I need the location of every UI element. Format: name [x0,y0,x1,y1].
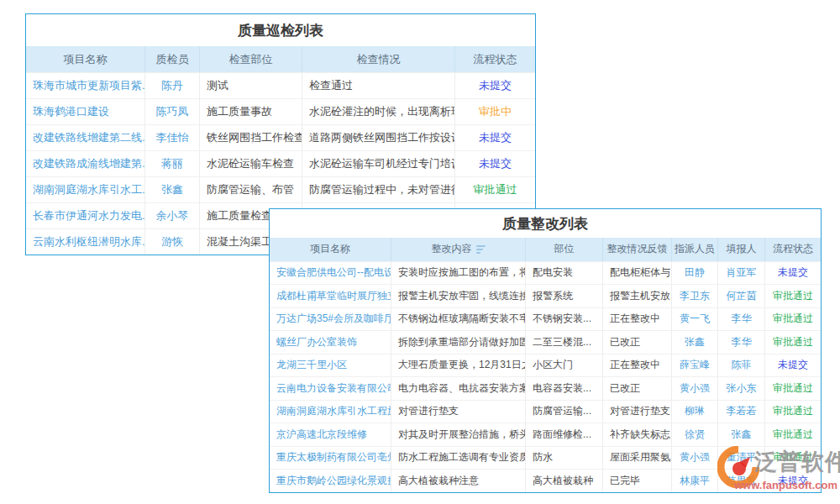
reporter-name[interactable]: 李若若 [718,401,765,423]
status-badge: 审批通过 [765,285,821,307]
col-header-content-sortable[interactable]: 整改内容 [391,238,526,261]
part-cell: 防水 [526,447,603,470]
part-cell: 施工质量事故 [200,99,302,124]
page-canvas: 质量巡检列表 项目名称 质检员 检查部位 检查情况 流程状态 珠海市城市更新项目… [0,0,840,504]
table-row[interactable]: 改建铁路成渝线增建第... 蒋丽 水泥砼运输车检查 水泥砼运输车司机经过专门培训… [26,150,535,176]
content-cell: 不锈钢边框玻璃隔断安装不牢... [391,308,526,331]
project-link[interactable]: 湖南洞庭湖水库引水工程施工1标 [270,401,391,423]
project-link[interactable]: 重庆太极制药有限公司亳州中... [270,447,391,470]
reporter-name[interactable]: 李华 [718,331,765,354]
sort-bars-icon[interactable] [476,245,486,254]
project-link[interactable]: 安徽合肥供电公司--配电设备... [270,262,391,285]
project-link[interactable]: 京沪高速北京段维修 [270,423,391,446]
reporter-name[interactable]: 张小东 [718,377,765,400]
project-link[interactable]: 改建铁路成渝线增建第... [26,151,145,176]
assignee-name[interactable]: 李卫东 [672,285,718,307]
inspection-header-row: 项目名称 质检员 检查部位 检查情况 流程状态 [26,46,535,72]
project-link[interactable]: 云南电力设备安装有限公司20... [270,377,391,400]
content-cell: 电力电容器、电抗器安装方案,... [391,377,526,400]
table-row[interactable]: 珠海市城市更新项目紫... 陈丹 测试 检查通过 未提交 [26,72,535,98]
status-badge: 审批通过 [765,401,821,423]
assignee-name[interactable]: 林康平 [672,470,718,492]
assignee-name[interactable]: 黄小强 [672,377,718,400]
inspector-name[interactable]: 李佳怡 [145,125,200,150]
reporter-name[interactable]: 何芷茵 [718,285,765,307]
assignee-name[interactable]: 徐贤 [672,423,718,446]
inspection-table-title: 质量巡检列表 [26,14,535,46]
part-cell: 配电安装 [526,262,603,285]
col-header-feedback: 整改情况反馈 [603,238,672,261]
inspector-name[interactable]: 陈巧凤 [145,99,200,124]
part-cell: 电容器安装... [526,377,603,400]
inspector-name[interactable]: 蒋丽 [145,151,200,176]
part-cell: 测试 [200,73,302,98]
feedback-cell: 已完毕 [603,470,672,492]
content-cell: 拆除到承重墙部分请做好加固... [391,331,526,354]
table-row[interactable]: 万达广场35#会所及咖啡厅空... 不锈钢边框玻璃隔断安装不牢... 不锈钢安装… [270,307,821,331]
feedback-cell: 已改正 [603,331,672,354]
inspector-name[interactable]: 张鑫 [145,177,200,202]
inspector-name[interactable]: 游恢 [145,229,200,255]
situation-cell: 防腐管运输过程中，未对管进行... [302,177,455,202]
part-cell: 报警系统 [526,285,603,307]
part-cell: 小区大门 [526,354,603,377]
col-header-reporter: 填报人 [718,238,765,261]
assignee-name[interactable]: 黄一飞 [672,308,718,331]
project-link[interactable]: 珠海市城市更新项目紫... [26,73,145,98]
feedback-cell: 已改正 [603,377,672,400]
table-row[interactable]: 京沪高速北京段维修 对其及时开展整治措施，桥头... 路面维修检... 补齐缺失… [270,423,821,446]
project-link[interactable]: 珠海鹤港口建设 [26,99,145,124]
watermark-url-text: www.fanpusoft.com [734,479,837,491]
project-link[interactable]: 湖南洞庭湖水库引水工... [26,177,145,202]
situation-cell: 道路两侧铁丝网围挡工作按设计... [302,125,455,150]
rectification-table-title: 质量整改列表 [270,209,821,238]
assignee-name[interactable]: 柳琳 [672,401,718,423]
feedback-cell: 报警主机安放... [603,285,672,307]
status-badge: 未提交 [455,73,535,98]
project-link[interactable]: 龙湖三千里小区 [270,354,391,377]
status-badge: 审批通过 [765,423,821,446]
assignee-name[interactable]: 田静 [672,262,718,285]
table-row[interactable]: 螺丝厂办公室装饰 拆除到承重墙部分请做好加固... 二至三楼混... 已改正 张… [270,330,821,354]
table-row[interactable]: 龙湖三千里小区 大理石质量更换，12月31日之... 小区大门 正在整改中 薛宝… [270,354,821,377]
watermark-brand-text: 泛普软件 [754,447,840,477]
project-link[interactable]: 成都杜甫草堂临时展厅独立展... [270,285,391,307]
assignee-name[interactable]: 黄小强 [672,447,718,470]
table-row[interactable]: 成都杜甫草堂临时展厅独立展... 报警主机安放牢固，线缆连接... 报警系统 报… [270,284,821,307]
feedback-cell: 对管进行垫支 [603,401,672,423]
reporter-name[interactable]: 张鑫 [718,423,765,446]
col-header-situation: 检查情况 [302,46,455,72]
reporter-name[interactable]: 李华 [718,308,765,331]
table-row[interactable]: 湖南洞庭湖水库引水工... 张鑫 防腐管运输、布管 防腐管运输过程中，未对管进行… [26,176,535,202]
table-row[interactable]: 改建铁路线增建第二线... 李佳怡 铁丝网围挡工作检查 道路两侧铁丝网围挡工作按… [26,124,535,150]
situation-cell: 水泥砼灌注的时候，出现离析现象 [302,99,455,124]
status-badge: 未提交 [455,151,535,176]
col-header-status: 流程状态 [455,46,535,72]
col-header-inspector: 质检员 [145,46,200,72]
fanpusoft-watermark: 泛普软件 www.fanpusoft.com [716,444,840,499]
table-row[interactable]: 云南电力设备安装有限公司20... 电力电容器、电抗器安装方案,... 电容器安… [270,376,821,400]
assignee-name[interactable]: 张鑫 [672,331,718,354]
table-row[interactable]: 珠海鹤港口建设 陈巧凤 施工质量事故 水泥砼灌注的时候，出现离析现象 审批中 [26,98,535,124]
rectification-header-row: 项目名称 整改内容 部位 整改情况反馈 指派人员 填报人 流程状态 [270,238,821,261]
reporter-name[interactable]: 肖亚军 [718,262,765,285]
reporter-name[interactable]: 陈菲 [718,354,765,377]
project-link[interactable]: 螺丝厂办公室装饰 [270,331,391,354]
project-link[interactable]: 万达广场35#会所及咖啡厅空... [270,308,391,331]
assignee-name[interactable]: 薛宝峰 [672,354,718,377]
project-link[interactable]: 改建铁路线增建第二线... [26,125,145,150]
inspector-name[interactable]: 余小琴 [145,203,200,228]
status-badge: 审批通过 [765,308,821,331]
project-link[interactable]: 云南水利枢纽潜明水库... [26,229,145,255]
part-cell: 二至三楼混... [526,331,603,354]
situation-cell: 检查通过 [302,73,455,98]
project-link[interactable]: 长春市伊通河水力发电... [26,203,145,228]
part-cell: 水泥砼运输车检查 [200,151,302,176]
part-cell: 高大植被栽种 [526,470,603,492]
inspector-name[interactable]: 陈丹 [145,73,200,98]
project-link[interactable]: 重庆市鹅岭公园绿化景观提升... [270,470,391,492]
table-row[interactable]: 湖南洞庭湖水库引水工程施工1标 对管进行垫支 防腐管运输... 对管进行垫支 柳… [270,400,821,423]
table-row[interactable]: 安徽合肥供电公司--配电设备... 安装时应按施工图的布置，将... 配电安装 … [270,261,821,285]
feedback-cell: 屋面采用聚氨... [603,447,672,470]
status-badge: 未提交 [455,125,535,150]
